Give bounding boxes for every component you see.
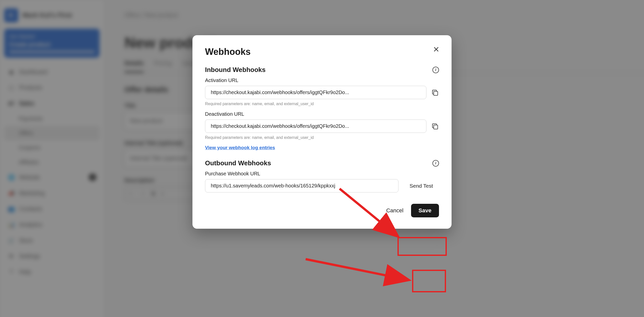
svg-rect-3	[434, 125, 438, 129]
svg-rect-1	[434, 91, 438, 95]
modal-overlay[interactable]: Webhooks Inbound Webhooks i Activation U…	[0, 0, 644, 317]
deactivation-label: Deactivation URL	[205, 111, 439, 117]
purchase-url-input[interactable]	[205, 179, 398, 192]
send-test-button[interactable]: Send Test	[404, 179, 439, 192]
info-icon[interactable]: i	[432, 160, 439, 167]
outbound-heading: Outbound Webhooks	[205, 159, 271, 167]
log-entries-link[interactable]: View your webhook log entries	[205, 145, 439, 150]
save-button[interactable]: Save	[411, 204, 439, 217]
activation-helper: Required parameters are: name, email, an…	[205, 102, 439, 106]
deactivation-helper: Required parameters are: name, email, an…	[205, 135, 439, 140]
close-button[interactable]	[433, 47, 439, 53]
cancel-button[interactable]: Cancel	[386, 207, 403, 214]
copy-icon[interactable]	[431, 89, 438, 96]
modal-title: Webhooks	[205, 47, 439, 57]
info-icon[interactable]: i	[432, 67, 439, 73]
webhooks-modal: Webhooks Inbound Webhooks i Activation U…	[192, 35, 452, 229]
close-icon	[433, 47, 439, 52]
activation-url-field[interactable]: https://checkout.kajabi.com/webhooks/off…	[205, 86, 426, 99]
activation-label: Activation URL	[205, 77, 439, 83]
purchase-label: Purchase Webhook URL	[205, 171, 439, 177]
copy-icon[interactable]	[431, 123, 438, 130]
deactivation-url-field[interactable]: https://checkout.kajabi.com/webhooks/off…	[205, 120, 426, 133]
inbound-heading: Inbound Webhooks	[205, 66, 266, 74]
